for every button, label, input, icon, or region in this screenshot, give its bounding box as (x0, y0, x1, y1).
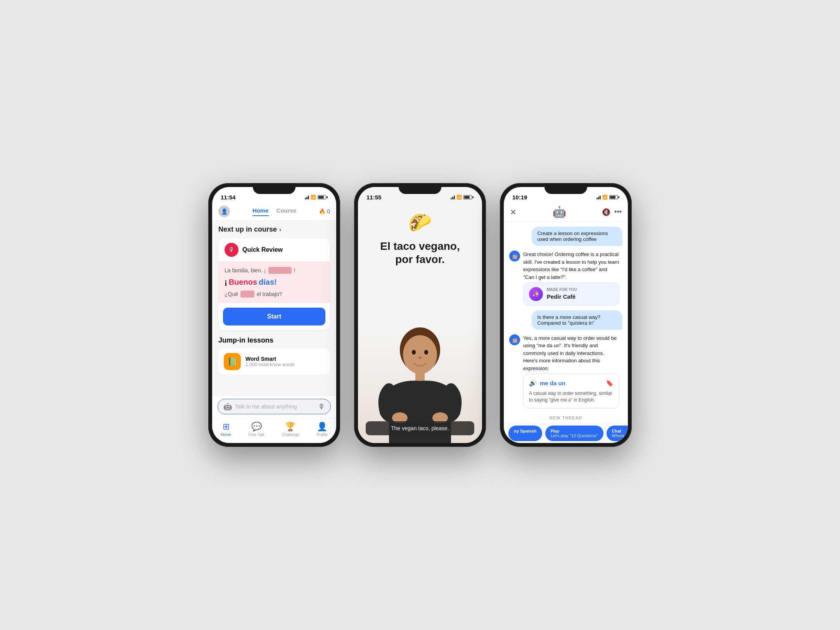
bot-msg-1-row: 🤖 Great choice! Ordering coffee is a pra… (509, 251, 622, 306)
lesson-pill-icon: ✨ (529, 287, 543, 301)
input-bar-1: 🤖 Talk to me about anything 🎙 (212, 395, 336, 418)
bot-msg-2-row: 🤖 Yes, a more casual way to order would … (509, 334, 622, 408)
phone-2: 11:55 📶 🌮 (354, 183, 486, 447)
tab-course[interactable]: Course (277, 207, 297, 216)
expression-top: 🔊 me da un 🔖 (529, 379, 614, 388)
bottom-nav-profile[interactable]: 👤 Profile (316, 422, 327, 437)
lesson-pill-name: Pedir Café (547, 292, 614, 301)
chat-messages: Create a lesson on expressions used when… (504, 222, 628, 413)
quick-chip-0[interactable]: ny Spanish (508, 426, 542, 441)
battery-icon-3 (609, 195, 619, 199)
user-msg-2: Is there a more casual way? Compared to … (532, 310, 622, 330)
user-msg-1: Create a lesson on expressions used when… (532, 227, 622, 246)
blank-2 (240, 291, 254, 298)
wifi-icon-3: 📶 (602, 195, 608, 200)
nav-tabs: Home Course (252, 207, 296, 216)
lesson-pill[interactable]: ✨ MADE FOR YOU Pedir Café (523, 282, 619, 306)
speaker-icon-expr[interactable]: 🔊 (529, 379, 537, 388)
person-image-area: The vegan taco, please. (358, 327, 482, 443)
quick-review-title: Quick Review (242, 246, 283, 253)
start-button[interactable]: Start (223, 308, 325, 325)
phone1-main: Next up in course › 🎙 Quick Review La fa… (212, 221, 336, 395)
svg-point-1 (403, 335, 437, 374)
quick-review-card: 🎙 Quick Review La familia, bien. ¡ ! ¡ B… (218, 238, 330, 330)
status-icons-3: 📶 (596, 195, 619, 200)
status-icons-1: 📶 (305, 195, 328, 200)
bot-msg-1: Great choice! Ordering coffee is a pract… (523, 251, 619, 306)
chat-icon: 💬 (251, 422, 262, 432)
bottom-nav-freetalk[interactable]: 💬 Free Talk (249, 422, 264, 437)
home-icon: ⊞ (223, 422, 230, 432)
input-placeholder-1: Talk to me about anything (235, 403, 315, 410)
phones-container: 11:54 📶 👤 Ho (208, 183, 632, 447)
exercise-line-3: ¿Qué el trabajo? (225, 291, 324, 298)
bottom-nav: ⊞ Home 💬 Free Talk 🏆 Challenge 👤 Profile (212, 418, 336, 443)
user-avatar[interactable]: 👤 (218, 206, 230, 217)
chat-nav: ✕ 🤖 🔇 ••• (504, 204, 628, 222)
fire-icon: 🔥 (319, 208, 325, 215)
quick-review-header: 🎙 Quick Review (218, 238, 330, 261)
wifi-icon-2: 📶 (456, 195, 462, 200)
trophy-icon: 🏆 (285, 422, 296, 432)
svg-point-4 (418, 357, 422, 359)
input-field-1[interactable]: 🤖 Talk to me about anything 🎙 (218, 399, 331, 414)
taco-lesson-area: 🌮 El taco vegano, por favor. (358, 204, 482, 327)
bottom-nav-challenge[interactable]: 🏆 Challenge (282, 422, 299, 437)
chevron-icon: › (279, 226, 281, 233)
chat-nav-icons: 🔇 ••• (602, 208, 622, 216)
next-up-title: Next up in course › (218, 225, 330, 234)
blank-1 (268, 267, 292, 274)
taco-emoji: 🌮 (408, 212, 432, 234)
svg-rect-5 (415, 372, 425, 381)
close-button[interactable]: ✕ (510, 208, 517, 217)
exercise-line-1: La familia, bien. ¡ ! (225, 267, 324, 274)
time-3: 10:19 (512, 194, 527, 201)
signal-icon-3 (596, 195, 601, 199)
exercise-line-2: ¡ Buenos días! (225, 278, 324, 287)
expression-desc: A casual way to order something, similar… (529, 390, 614, 403)
subtitle-bar: The vegan taco, please. (366, 421, 474, 435)
quick-chip-2[interactable]: Chat Where do you (607, 426, 628, 441)
quick-replies: ny Spanish Play Let's play "10 Questions… (504, 422, 628, 443)
more-icon[interactable]: ••• (614, 208, 622, 216)
person-icon: 👤 (317, 422, 327, 432)
nav-bar-1: 👤 Home Course 🔥 0 (212, 204, 336, 221)
mic-icon: 🎙 (225, 243, 239, 257)
phone-3: 10:19 📶 ✕ (500, 183, 632, 447)
speaker-icon[interactable]: 🔇 (602, 208, 610, 216)
quick-chip-1[interactable]: Play Let's play "10 Questions" (545, 426, 603, 441)
jump-in-title: Jump-in lessons (218, 336, 330, 344)
new-thread-divider: NEW THREAD (504, 413, 628, 422)
battery-icon-2 (463, 195, 474, 199)
phone3-content: ✕ 🤖 🔇 ••• Create a lesson on expressions… (504, 204, 628, 443)
notch-1 (253, 183, 296, 194)
wifi-icon-1: 📶 (311, 195, 316, 200)
bot-msg-2: Yes, a more casual way to order would be… (523, 334, 619, 408)
status-icons-2: 📶 (451, 195, 474, 200)
bot-avatar-2: 🤖 (509, 334, 520, 345)
robot-icon: 🤖 (223, 402, 232, 411)
signal-icon-1 (305, 195, 309, 199)
bot-avatar-1: 🤖 (509, 251, 520, 261)
notch-3 (544, 183, 587, 194)
expression-phrase: 🔊 me da un (529, 379, 565, 388)
bottom-nav-home[interactable]: ⊞ Home (221, 422, 231, 437)
bookmark-icon[interactable]: 🔖 (606, 379, 614, 388)
mic-button[interactable]: 🎙 (318, 403, 325, 411)
expression-card: 🔊 me da un 🔖 A casual way to order somet… (523, 374, 619, 408)
lesson-pill-label: MADE FOR YOU (547, 287, 614, 292)
phone-1: 11:54 📶 👤 Ho (208, 183, 340, 447)
lesson-subtitle: 1,000 must-know words (245, 362, 325, 367)
lesson-pill-info: MADE FOR YOU Pedir Café (547, 287, 614, 301)
exercise-area: La familia, bien. ¡ ! ¡ Buenos días! ¿Qu… (218, 261, 330, 303)
time-2: 11:55 (366, 194, 381, 201)
phone2-content: 🌮 El taco vegano, por favor. (358, 204, 482, 443)
battery-icon-1 (318, 195, 328, 199)
signal-icon-2 (451, 195, 455, 199)
lesson-name: Word Smart (245, 356, 325, 362)
notch-2 (399, 183, 441, 194)
lesson-card[interactable]: 📗 Word Smart 1,000 must-know words (218, 348, 330, 375)
svg-point-3 (424, 350, 428, 355)
tab-home[interactable]: Home (252, 207, 269, 216)
time-1: 11:54 (221, 194, 235, 201)
